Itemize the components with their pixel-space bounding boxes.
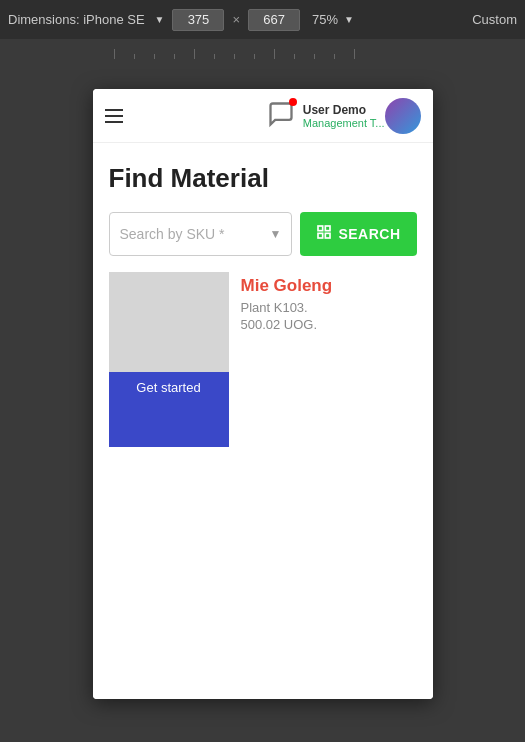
- svg-rect-0: [318, 226, 323, 231]
- device-frame: User Demo Management T... Find Material …: [93, 89, 433, 699]
- product-card: Get started Mie Goleng Plant K103. 500.0…: [109, 272, 417, 447]
- avatar[interactable]: [385, 98, 421, 134]
- dimensions-dropdown-arrow[interactable]: ▼: [155, 14, 165, 25]
- user-role: Management T...: [303, 117, 385, 129]
- svg-rect-3: [326, 233, 331, 238]
- product-plant: Plant K103.: [241, 300, 417, 315]
- search-button-icon: [316, 224, 332, 244]
- page-title: Find Material: [109, 163, 417, 194]
- height-input[interactable]: [248, 9, 300, 31]
- user-name: User Demo: [303, 103, 385, 117]
- svg-rect-2: [318, 233, 323, 238]
- hamburger-line-3: [105, 121, 123, 123]
- svg-rect-1: [326, 226, 331, 231]
- canvas-area: User Demo Management T... Find Material …: [0, 59, 525, 742]
- app-content: Find Material Search by SKU * ▼: [93, 143, 433, 699]
- user-info: User Demo Management T...: [303, 103, 385, 129]
- hamburger-line-1: [105, 109, 123, 111]
- product-name: Mie Goleng: [241, 276, 417, 296]
- product-image-area: Get started: [109, 272, 229, 447]
- sku-select-label: Search by SKU *: [120, 226, 225, 242]
- toolbar: Dimensions: iPhone SE ▼ × 75% ▼ Custom: [0, 0, 525, 39]
- product-image: [109, 272, 229, 372]
- zoom-value: 75%: [312, 12, 338, 27]
- app-header: User Demo Management T...: [93, 89, 433, 143]
- blue-action-button[interactable]: [109, 403, 229, 447]
- hamburger-line-2: [105, 115, 123, 117]
- chat-icon-wrapper[interactable]: [267, 100, 295, 132]
- search-row: Search by SKU * ▼ SEARCH: [109, 212, 417, 256]
- search-button-label: SEARCH: [338, 226, 400, 242]
- ruler: [0, 39, 525, 59]
- product-uog: 500.02 UOG.: [241, 317, 417, 332]
- chat-notification-badge: [289, 98, 297, 106]
- sku-select-arrow: ▼: [269, 227, 281, 241]
- search-button[interactable]: SEARCH: [300, 212, 416, 256]
- sku-select[interactable]: Search by SKU * ▼: [109, 212, 293, 256]
- zoom-dropdown-arrow[interactable]: ▼: [344, 14, 354, 25]
- custom-label[interactable]: Custom: [472, 12, 517, 27]
- zoom-control: 75% ▼: [312, 12, 354, 27]
- get-started-button[interactable]: Get started: [109, 372, 229, 403]
- dimension-separator: ×: [232, 12, 240, 27]
- width-input[interactable]: [172, 9, 224, 31]
- product-info: Mie Goleng Plant K103. 500.02 UOG.: [241, 272, 417, 447]
- hamburger-menu-button[interactable]: [105, 109, 123, 123]
- dimensions-label: Dimensions: iPhone SE: [8, 12, 145, 27]
